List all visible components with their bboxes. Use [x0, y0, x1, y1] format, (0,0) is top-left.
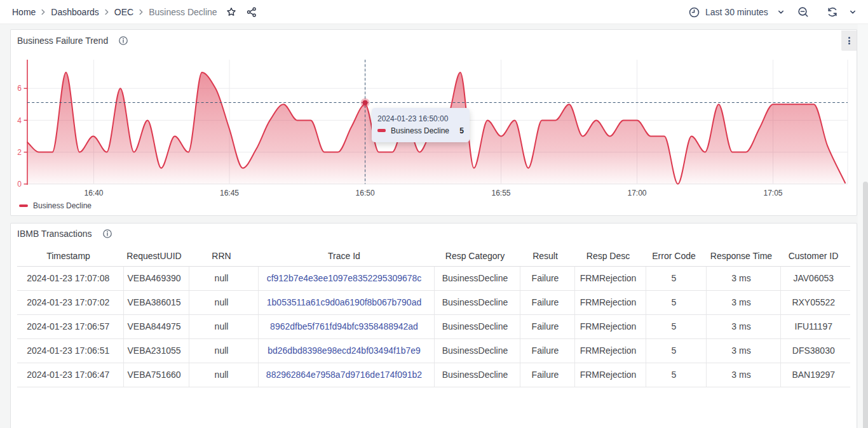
svg-text:4: 4	[17, 116, 22, 125]
svg-text:2: 2	[17, 148, 22, 157]
svg-text:0: 0	[17, 180, 22, 189]
svg-text:6: 6	[17, 84, 22, 93]
svg-text:16:45: 16:45	[220, 189, 239, 197]
svg-text:16:55: 16:55	[491, 189, 510, 197]
svg-text:17:05: 17:05	[763, 189, 782, 197]
svg-text:17:00: 17:00	[627, 189, 646, 197]
svg-text:16:40: 16:40	[84, 189, 103, 197]
svg-text:16:50: 16:50	[356, 189, 375, 197]
